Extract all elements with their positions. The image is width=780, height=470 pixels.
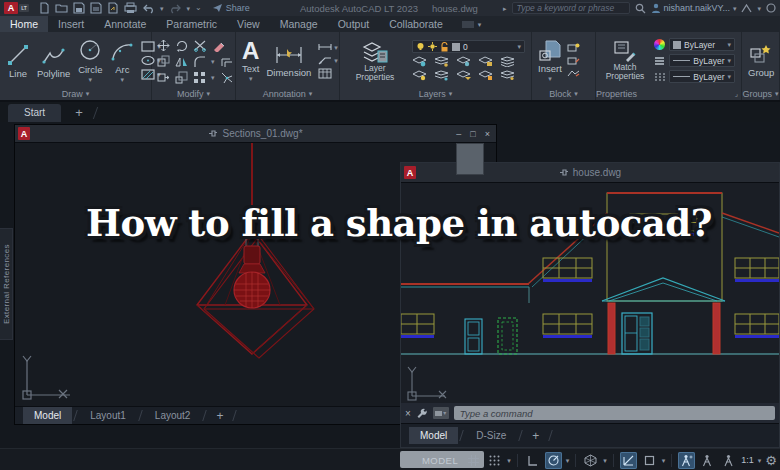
snap-dropdown-icon[interactable]: ▾ (507, 457, 511, 464)
redo-icon[interactable] (169, 3, 182, 14)
search-category-icon[interactable]: ▸ (503, 5, 507, 12)
mirror-icon[interactable] (175, 55, 188, 68)
match-properties-button[interactable]: Match Properties (602, 40, 648, 82)
command-recent-icon[interactable]: ▾ (433, 407, 449, 419)
arc-tool[interactable]: Arc ▾ (110, 38, 134, 83)
share-button[interactable]: Share (212, 3, 250, 13)
text-tool[interactable]: A Text ▾ (242, 39, 259, 82)
fillet-icon[interactable] (193, 55, 206, 68)
panel-label-layers[interactable]: Layers▾ (340, 87, 531, 100)
command-wrench-icon[interactable] (416, 407, 428, 419)
user-account-button[interactable]: nishant.naikVY... ▾ (651, 3, 737, 13)
undo-icon[interactable] (142, 3, 155, 14)
layer-prev-icon[interactable] (456, 70, 471, 81)
panel-label-annotation[interactable]: Annotation▾ (236, 87, 339, 100)
house-tab-dsize[interactable]: D-Size (465, 427, 517, 444)
leader-icon[interactable] (318, 55, 332, 65)
new-file-icon[interactable] (39, 2, 50, 14)
sections-tab-model[interactable]: Model (23, 407, 72, 424)
dimension-style-icon[interactable] (318, 42, 332, 52)
polar-dropdown-icon[interactable]: ▾ (566, 457, 570, 464)
tab-manage[interactable]: Manage (270, 16, 328, 32)
table-icon[interactable] (318, 68, 332, 79)
command-input[interactable] (454, 406, 775, 420)
layer-walk-icon[interactable] (500, 70, 515, 81)
isometric-drafting-icon[interactable] (582, 452, 599, 469)
panel-label-block[interactable]: Block▾ (532, 87, 595, 100)
panel-label-modify[interactable]: Modify▾ (152, 87, 235, 100)
layer-freeze-icon[interactable] (456, 56, 471, 67)
move-icon[interactable] (157, 39, 170, 52)
sections-tab-layout1[interactable]: Layout1 (79, 407, 137, 424)
autodesk-logo-icon[interactable] (741, 4, 752, 13)
qat-customize-icon[interactable]: ⌄ (195, 4, 202, 12)
tab-collaborate[interactable]: Collaborate (379, 16, 453, 32)
open-folder-icon[interactable] (55, 2, 68, 14)
redo-dropdown-icon[interactable]: ▾ (187, 5, 191, 12)
autocad-logo-icon[interactable]: A (4, 2, 18, 14)
dimension-tool[interactable]: Dimension (266, 43, 311, 78)
layer-lock-icon[interactable] (478, 56, 493, 67)
layer-properties-button[interactable]: Layer Properties (346, 39, 404, 83)
tab-output[interactable]: Output (328, 16, 380, 32)
insert-block-button[interactable]: Insert ▾ (538, 39, 562, 82)
block-define-icon[interactable] (567, 56, 580, 65)
tab-view[interactable]: View (227, 16, 270, 32)
linetype-dropdown[interactable]: ByLayer ▾ (669, 70, 735, 83)
sections-new-layout-button[interactable]: + (208, 409, 231, 423)
osnap-dropdown-icon[interactable]: ▾ (662, 457, 666, 464)
stretch-icon[interactable] (157, 71, 170, 84)
new-drawing-tab-button[interactable]: + (75, 105, 83, 122)
tab-annotate[interactable]: Annotate (94, 16, 156, 32)
layer-unlock-tool-icon[interactable] (478, 70, 493, 81)
object-snap-icon[interactable] (641, 452, 658, 469)
erase-icon[interactable] (212, 39, 225, 52)
line-tool[interactable]: Line (6, 42, 30, 79)
save-as-icon[interactable] (90, 2, 102, 14)
lineweight-dropdown[interactable]: ByLayer ▾ (669, 54, 735, 67)
maximize-button[interactable]: □ (470, 129, 475, 139)
scale-dropdown-icon[interactable]: ▾ (758, 457, 762, 464)
autodesk-dropdown-icon[interactable]: ▾ (757, 5, 761, 12)
model-space-label[interactable]: MODEL (422, 455, 458, 466)
array-icon[interactable] (193, 71, 206, 84)
rotate-icon[interactable] (175, 39, 188, 52)
layer-make-current-icon[interactable] (412, 70, 427, 81)
sections-window-titlebar[interactable]: A Sections_01.dwg* – □ × (15, 125, 496, 143)
layer-dropdown[interactable]: 0 ▾ (412, 40, 525, 53)
isometric-dropdown-icon[interactable]: ▾ (603, 457, 607, 464)
annotation-scale-icon[interactable] (720, 452, 737, 469)
search-input[interactable] (512, 2, 630, 14)
properties-launcher-icon[interactable]: ⌟ (735, 90, 738, 97)
scale-icon[interactable] (175, 71, 188, 84)
polar-tracking-icon[interactable] (545, 452, 562, 469)
layer-off-icon[interactable] (412, 56, 427, 67)
copy-icon[interactable] (157, 55, 170, 68)
search-icon[interactable] (635, 3, 646, 14)
snap-mode-icon[interactable] (486, 452, 503, 469)
panel-label-groups[interactable]: Groups▾ (742, 87, 779, 100)
annotation-autoscale-icon[interactable] (699, 452, 716, 469)
ortho-mode-icon[interactable] (524, 452, 541, 469)
panel-label-properties[interactable]: Properties ⌟ (596, 87, 741, 100)
object-snap-tracking-icon[interactable] (620, 452, 637, 469)
polyline-tool[interactable]: Polyline (37, 42, 70, 79)
panel-label-draw[interactable]: Draw▾ (0, 87, 151, 100)
ribbon-display-toggle[interactable]: ▾ (461, 16, 482, 32)
annotation-visibility-icon[interactable] (678, 452, 695, 469)
grid-display-icon[interactable] (465, 452, 482, 469)
object-color-dropdown[interactable]: ByLayer ▾ (669, 38, 735, 51)
explode-icon[interactable] (220, 71, 233, 84)
tab-insert[interactable]: Insert (48, 16, 94, 32)
export-icon[interactable] (107, 2, 119, 14)
layer-isolate-icon[interactable] (434, 56, 449, 67)
close-button[interactable]: × (485, 129, 490, 139)
save-icon[interactable] (73, 2, 85, 14)
trim-icon[interactable] (193, 39, 207, 52)
offset-icon[interactable] (220, 55, 233, 68)
group-button[interactable]: Group (748, 43, 774, 78)
print-icon[interactable] (124, 2, 137, 14)
minimize-button[interactable]: – (456, 129, 461, 139)
house-new-layout-button[interactable]: + (524, 429, 547, 443)
undo-dropdown-icon[interactable]: ▾ (160, 5, 164, 12)
